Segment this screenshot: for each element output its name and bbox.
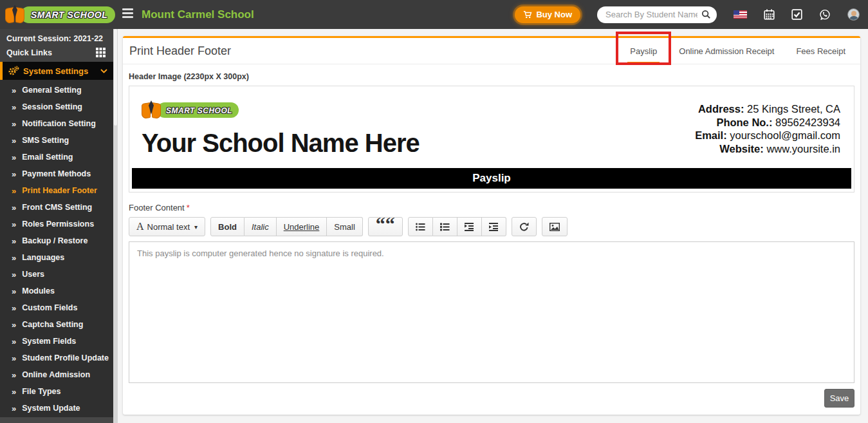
sidebar-item-roles-permissions[interactable]: »Roles Permissions: [0, 216, 118, 232]
us-flag-language-icon[interactable]: [734, 10, 747, 19]
system-settings-label: System Settings: [23, 66, 88, 76]
sidebar-item-general-setting[interactable]: »General Setting: [0, 82, 118, 99]
double-chevron-icon: »: [12, 86, 16, 95]
sidebar-item-custom-fields[interactable]: »Custom Fields: [0, 299, 118, 316]
footer-content-editor[interactable]: This payslip is computer generated hence…: [129, 241, 854, 383]
redo-button[interactable]: [512, 217, 537, 236]
italic-button[interactable]: Italic: [245, 217, 277, 236]
list-ul-button[interactable]: [408, 217, 433, 236]
double-chevron-icon: »: [12, 337, 16, 346]
student-search: [597, 6, 717, 23]
book-pen-logo-icon: [5, 5, 24, 24]
underline-button[interactable]: Underline: [277, 217, 328, 236]
preview-logo: SMART SCHOOL: [142, 100, 239, 120]
search-icon[interactable]: [701, 10, 711, 19]
header-image-preview: SMART SCHOOL Your School Name Here Addre…: [129, 86, 854, 193]
double-chevron-icon: »: [12, 387, 16, 397]
sidebar-item-modules[interactable]: »Modules: [0, 283, 118, 299]
sidebar-item-sms-setting[interactable]: »SMS Setting: [0, 132, 118, 149]
buy-now-button[interactable]: Buy Now: [515, 6, 580, 23]
list-ol-button[interactable]: [433, 217, 457, 236]
sidebar-item-student-profile-update[interactable]: »Student Profile Update: [0, 350, 118, 366]
double-chevron-icon: »: [12, 353, 16, 363]
preview-school-name: Your School Name Here: [142, 129, 420, 158]
brand-text: SMART SCHOOL: [31, 10, 107, 20]
sidebar-item-system-settings[interactable]: System Settings: [0, 62, 118, 80]
double-chevron-icon: »: [12, 236, 16, 246]
sidebar-item-captcha-setting[interactable]: »Captcha Setting: [0, 316, 118, 333]
search-input[interactable]: [597, 6, 717, 23]
card-body: Header Image (2230px X 300px) SMART SCHO…: [123, 64, 860, 383]
card-header: Print Header Footer PayslipOnline Admiss…: [123, 38, 860, 64]
sidebar-item-users[interactable]: »Users: [0, 266, 118, 283]
current-session-label: Current Session: 2021-22: [6, 34, 111, 43]
header-image-label: Header Image (2230px X 300px): [129, 72, 854, 81]
main-content: Print Header Footer PayslipOnline Admiss…: [118, 29, 868, 423]
double-chevron-icon: »: [12, 119, 16, 129]
app-logo[interactable]: SMART SCHOOL: [5, 3, 118, 26]
hamburger-menu-icon[interactable]: [122, 8, 133, 19]
sidebar-item-payment-methods[interactable]: »Payment Methods: [0, 165, 118, 182]
navbar-right-cluster: Buy Now: [515, 0, 860, 29]
sidebar-item-online-admission[interactable]: »Online Admission: [0, 366, 118, 383]
double-chevron-icon: »: [12, 136, 16, 146]
bold-button[interactable]: Bold: [210, 217, 245, 236]
sidebar-item-languages[interactable]: »Languages: [0, 249, 118, 266]
double-chevron-icon: »: [12, 186, 16, 196]
double-chevron-icon: »: [12, 303, 16, 313]
tab-fees-receipt[interactable]: Fees Receipt: [785, 38, 856, 64]
user-avatar[interactable]: [847, 8, 860, 21]
sidebar-item-system-fields[interactable]: »System Fields: [0, 333, 118, 350]
sidebar-item-system-update[interactable]: »System Update: [0, 400, 118, 417]
list-ol-icon: [440, 223, 450, 231]
double-chevron-icon: »: [12, 102, 16, 112]
page-title: Print Header Footer: [129, 44, 231, 58]
caret-down-icon: ▾: [194, 223, 198, 230]
quote-icon: ““: [376, 221, 395, 232]
double-chevron-icon: »: [12, 320, 16, 330]
double-chevron-icon: »: [12, 203, 16, 212]
preview-payslip-banner: Payslip: [132, 168, 851, 189]
indent-icon: [489, 223, 499, 231]
cart-icon: [523, 10, 532, 19]
style-dropdown-button[interactable]: A Normal text ▾: [129, 217, 205, 236]
book-pen-logo-icon: [142, 100, 161, 120]
save-button[interactable]: Save: [824, 389, 854, 408]
sidebar-item-email-setting[interactable]: »Email Setting: [0, 149, 118, 165]
list-ul-icon: [416, 223, 425, 231]
calendar-icon[interactable]: [764, 9, 775, 20]
editor-toolbar: A Normal text ▾ BoldItalicUnderlineSmall…: [129, 217, 854, 236]
sidebar-item-file-types[interactable]: »File Types: [0, 383, 118, 400]
sidebar-session-block: Current Session: 2021-22 Quick Links: [0, 29, 118, 62]
quick-links-label: Quick Links: [6, 48, 52, 57]
small-button[interactable]: Small: [327, 217, 363, 236]
buy-now-label: Buy Now: [536, 10, 572, 19]
whatsapp-icon[interactable]: [819, 9, 831, 21]
sidebar-item-print-header-footer[interactable]: »Print Header Footer: [0, 182, 118, 199]
double-chevron-icon: »: [12, 153, 16, 162]
footer-content-label: Footer Content*: [129, 203, 854, 212]
sidebar-item-backup-restore[interactable]: »Backup / Restore: [0, 232, 118, 249]
sidebar-item-notification-setting[interactable]: »Notification Setting: [0, 115, 118, 132]
tab-online-admission-receipt[interactable]: Online Admission Receipt: [668, 38, 785, 64]
quick-links-grid-icon[interactable]: [96, 48, 106, 57]
redo-icon: [519, 222, 529, 231]
double-chevron-icon: »: [12, 220, 16, 229]
sidebar-item-front-cms-setting[interactable]: »Front CMS Setting: [0, 199, 118, 216]
indent-button[interactable]: [482, 217, 506, 236]
outdent-icon: [465, 223, 474, 231]
font-style-icon: A: [136, 221, 144, 232]
quote-button[interactable]: ““: [368, 217, 403, 236]
sidebar-scrollbar[interactable]: [113, 29, 118, 423]
sidebar-bottom-strip: [0, 417, 113, 423]
brand-pill: SMART SCHOOL: [21, 6, 115, 23]
required-asterisk: *: [187, 203, 190, 212]
double-chevron-icon: »: [12, 370, 16, 380]
task-check-icon[interactable]: [791, 9, 802, 20]
sidebar-item-session-setting[interactable]: »Session Setting: [0, 99, 118, 115]
tab-payslip[interactable]: Payslip: [619, 38, 668, 64]
sidebar: Current Session: 2021-22 Quick Links Sys…: [0, 29, 118, 423]
outdent-button[interactable]: [457, 217, 482, 236]
image-button[interactable]: [542, 217, 568, 236]
print-header-footer-card: Print Header Footer PayslipOnline Admiss…: [123, 36, 860, 415]
